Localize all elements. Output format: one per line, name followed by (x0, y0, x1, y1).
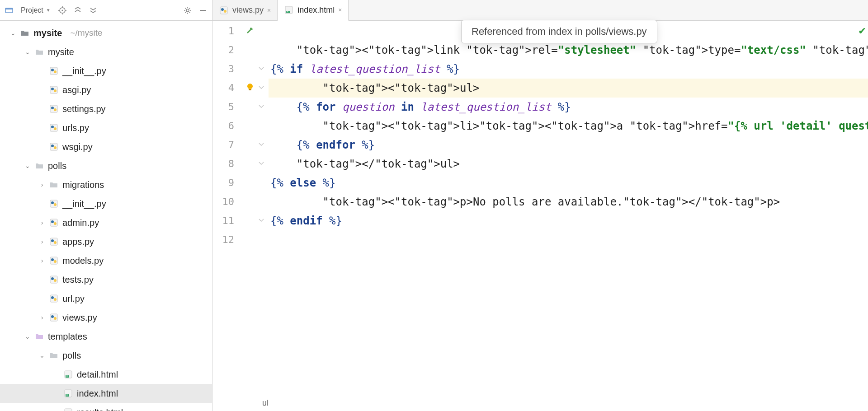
code-line[interactable]: {% endfor %} (269, 135, 868, 154)
chevron-down-icon[interactable]: ⌄ (10, 29, 16, 37)
line-number[interactable]: 12 (212, 230, 242, 249)
tree-item[interactable]: ⌄templates (0, 327, 212, 346)
py-icon (49, 218, 59, 228)
line-number-gutter[interactable]: 123456789101112 (212, 21, 242, 395)
code-line[interactable]: "tok-tag"><"tok-tag">ul> (269, 79, 868, 98)
chevron-right-icon[interactable]: › (39, 219, 45, 226)
line-number[interactable]: 6 (212, 117, 242, 135)
py-icon (49, 294, 59, 304)
chevron-right-icon[interactable]: › (39, 314, 45, 321)
code-line[interactable]: {% for question in latest_question_list … (269, 98, 868, 117)
chevron-right-icon[interactable]: › (39, 257, 45, 264)
html-icon: H (63, 407, 73, 411)
tree-item[interactable]: ⌄polls (0, 346, 212, 365)
fold-handle-icon[interactable] (259, 142, 265, 148)
svg-point-32 (54, 146, 57, 149)
chevron-right-icon[interactable]: › (39, 181, 45, 188)
line-number[interactable]: 2 (212, 41, 242, 60)
code-line[interactable]: {% endif %} (269, 211, 868, 230)
tree-item[interactable]: ⌄mysite~/mysite (0, 23, 212, 42)
expand-all-icon[interactable] (71, 4, 84, 17)
svg-point-46 (51, 277, 54, 280)
fold-handle-icon[interactable] (259, 218, 265, 224)
line-number[interactable]: 4 (212, 79, 242, 98)
code-line[interactable] (269, 230, 868, 249)
tree-item[interactable]: ·Hdetail.html (0, 365, 212, 384)
project-dropdown[interactable]: Project ▼ (18, 6, 53, 14)
code-line[interactable]: "tok-tag"></"tok-tag">ul> (269, 154, 868, 173)
hide-icon[interactable] (197, 4, 209, 17)
svg-rect-42 (50, 257, 57, 264)
line-number[interactable]: 5 (212, 98, 242, 117)
chevron-right-icon[interactable]: › (39, 238, 45, 245)
chevron-down-icon[interactable]: ⌄ (24, 333, 31, 340)
line-number[interactable]: 7 (212, 135, 242, 154)
reference-mark-icon[interactable] (244, 25, 256, 37)
project-tool-window: Project ▼ ⌄mysite~/mysite⌄mysite·__init_… (0, 0, 212, 411)
svg-point-3 (61, 9, 63, 11)
gear-icon[interactable] (181, 4, 194, 17)
tree-item[interactable]: ·__init__.py (0, 61, 212, 80)
editor-body: 123456789101112 "tok-tag"><"tok-tag">lin… (212, 21, 868, 395)
project-view-icon[interactable] (3, 4, 15, 17)
line-number[interactable]: 3 (212, 60, 242, 79)
fold-handle-icon[interactable] (259, 161, 265, 167)
svg-line-13 (185, 8, 186, 9)
inspection-strip[interactable]: ✔ (860, 21, 868, 395)
breadcrumb-item[interactable]: ul (262, 398, 269, 408)
chevron-down-icon[interactable]: ⌄ (39, 352, 45, 359)
inspection-ok-icon: ✔ (858, 25, 866, 37)
code-line[interactable]: {% if latest_question_list %} (269, 60, 868, 79)
code-line[interactable]: {% else %} (269, 173, 868, 192)
line-number[interactable]: 1 (212, 22, 242, 41)
tree-item[interactable]: ›views.py (0, 308, 212, 327)
line-number[interactable]: 11 (212, 211, 242, 230)
breadcrumb-bar[interactable]: ul (212, 395, 868, 411)
tree-item[interactable]: ·url.py (0, 289, 212, 308)
fold-handle-icon[interactable] (259, 104, 265, 110)
code-editor[interactable]: "tok-tag"><"tok-tag">link "tok-tag">rel=… (269, 21, 868, 395)
svg-rect-27 (50, 124, 57, 131)
tree-item[interactable]: ·tests.py (0, 270, 212, 289)
tree-item[interactable]: ⌄polls (0, 156, 212, 175)
tree-item[interactable]: ·wsgi.py (0, 137, 212, 156)
fold-column[interactable] (258, 21, 269, 395)
line-number[interactable]: 10 (212, 192, 242, 211)
line-number[interactable]: 9 (212, 173, 242, 192)
project-toolbar: Project ▼ (0, 0, 212, 21)
line-number[interactable]: 8 (212, 154, 242, 173)
code-line[interactable]: "tok-tag"><"tok-tag">link "tok-tag">rel=… (269, 41, 868, 60)
tree-item[interactable]: ›migrations (0, 175, 212, 194)
editor-area: views.py×Hindex.html× Referenced from in… (212, 0, 868, 411)
svg-rect-48 (50, 295, 57, 302)
svg-point-20 (54, 70, 57, 73)
folder-icon (34, 47, 44, 57)
tree-item[interactable]: ›apps.py (0, 232, 212, 251)
code-line[interactable]: "tok-tag"><"tok-tag">p>No polls are avai… (269, 192, 868, 211)
intention-bulb-icon[interactable] (244, 81, 256, 93)
tree-item[interactable]: ·settings.py (0, 99, 212, 118)
folder-purple-icon (34, 332, 44, 341)
tree-item[interactable]: ·asgi.py (0, 80, 212, 99)
fold-handle-icon[interactable] (259, 85, 265, 91)
tree-item[interactable]: ›admin.py (0, 213, 212, 232)
tree-item[interactable]: ›models.py (0, 251, 212, 270)
tree-item[interactable]: ·__init__.py (0, 194, 212, 213)
fold-handle-icon[interactable] (259, 66, 265, 72)
collapse-all-icon[interactable] (87, 4, 99, 17)
tree-item[interactable]: ·Hresults.html (0, 403, 212, 411)
project-tree[interactable]: ⌄mysite~/mysite⌄mysite·__init__.py·asgi.… (0, 21, 212, 411)
tree-item[interactable]: ·urls.py (0, 118, 212, 137)
tree-item[interactable]: ⌄mysite (0, 42, 212, 61)
locate-icon[interactable] (56, 4, 69, 17)
svg-point-38 (54, 222, 57, 225)
chevron-down-icon[interactable]: ⌄ (24, 162, 31, 169)
tree-item[interactable]: ·Hindex.html (0, 384, 212, 403)
code-line[interactable]: "tok-tag"><"tok-tag">li>"tok-tag"><"tok-… (269, 117, 868, 135)
chevron-down-icon[interactable]: ⌄ (24, 48, 31, 56)
tree-item-label: migrations (62, 180, 104, 190)
editor-tab[interactable]: views.py× (212, 0, 278, 20)
close-icon[interactable]: × (267, 7, 271, 14)
editor-tab[interactable]: Hindex.html× (278, 0, 349, 21)
close-icon[interactable]: × (338, 6, 342, 14)
